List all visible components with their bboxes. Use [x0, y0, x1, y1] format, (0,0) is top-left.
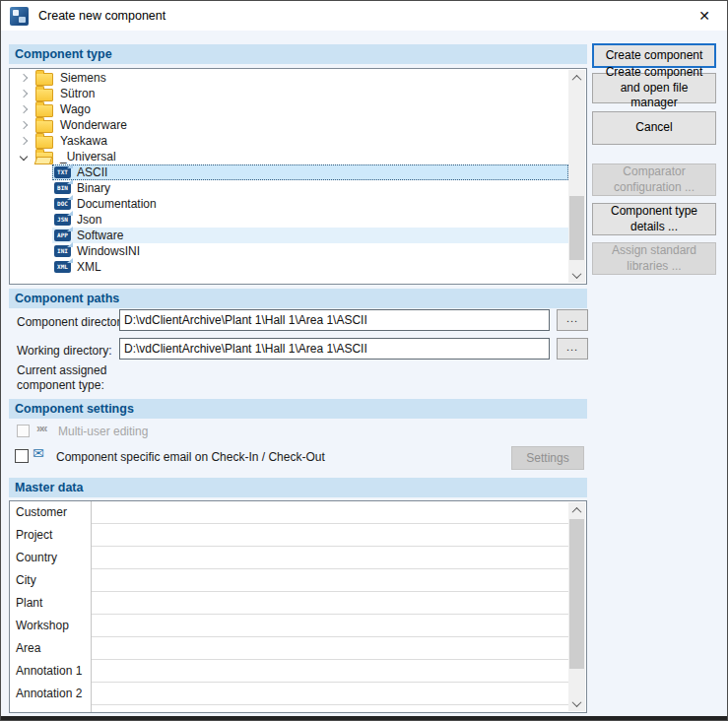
master-data-table: Customer Project Country City Plant Work… — [9, 500, 587, 713]
tree-item-label: Wago — [60, 102, 91, 116]
filetype-xml-icon: XML — [54, 261, 71, 273]
table-row: Annotation 1 — [10, 660, 569, 683]
window-title: Create new component — [38, 1, 165, 31]
tree-item-yaskawa[interactable]: Yaskawa — [11, 133, 568, 149]
tree-item-software[interactable]: APPSoftware — [52, 228, 568, 243]
filetype-bin-icon: BIN — [54, 182, 71, 194]
tree-item-label: Siemens — [60, 71, 106, 85]
component-directory-label: Component directory: — [17, 315, 130, 329]
row-label-annotation-1: Annotation 1 — [16, 660, 82, 683]
tree-item-universal[interactable]: _Universal — [11, 149, 568, 164]
working-directory-label: Working directory: — [17, 344, 111, 358]
component-directory-browse-button[interactable]: ... — [557, 309, 588, 331]
settings-button[interactable]: Settings — [511, 446, 584, 470]
title-bar: Create new component ✕ — [1, 1, 727, 31]
close-icon: ✕ — [698, 8, 710, 24]
cancel-button[interactable]: Cancel — [592, 111, 716, 145]
tree-item-label: Json — [77, 213, 101, 227]
filetype-ini-icon: INI — [54, 245, 71, 257]
tree-item-wago[interactable]: Wago — [11, 101, 568, 117]
table-row: Area — [10, 637, 569, 660]
app-icon — [10, 7, 29, 26]
tree-item-ascii[interactable]: TXTASCII — [52, 164, 568, 180]
multi-user-editing-checkbox — [17, 425, 30, 437]
master-data-scrollbar-thumb[interactable] — [569, 519, 584, 669]
tree-item-binary[interactable]: BINBinary — [52, 180, 568, 196]
chevron-right-icon[interactable] — [20, 90, 28, 98]
assign-standard-libraries-button[interactable]: Assign standard libraries ... — [592, 242, 716, 275]
chevron-right-icon[interactable] — [20, 105, 28, 113]
master-data-value-cell[interactable] — [92, 569, 569, 592]
tree-item-documentation[interactable]: DOCDocumentation — [52, 196, 568, 212]
master-data-value-cell[interactable] — [92, 524, 569, 547]
tree-item-siemens[interactable]: Siemens — [11, 70, 568, 86]
multi-user-editing-label: Multi-user editing — [58, 425, 148, 438]
tree-item-label: Sütron — [60, 87, 95, 100]
filetype-jsn-icon: JSN — [54, 214, 71, 226]
current-assigned-component-type-label: Current assigned component type: — [17, 363, 127, 393]
tree-scrollbar-thumb[interactable] — [569, 196, 584, 260]
tree-item-label: _Universal — [60, 150, 116, 164]
row-label-customer: Customer — [16, 501, 67, 524]
email-checkin-checkout-checkbox[interactable] — [15, 449, 29, 463]
window-bottom-edge — [1, 716, 727, 721]
tree-scrollbar[interactable] — [568, 70, 585, 283]
tree-item-label: Documentation — [77, 197, 157, 211]
component-type-details-button[interactable]: Component type details ... — [592, 203, 716, 235]
open-folder-icon — [35, 152, 53, 164]
master-data-value-cell[interactable] — [92, 547, 569, 569]
master-data-value-cell[interactable] — [92, 683, 569, 705]
master-data-value-cell[interactable] — [92, 615, 569, 637]
email-checkin-checkout-label: Component specific email on Check-In / C… — [56, 450, 325, 464]
scroll-up-icon[interactable] — [568, 70, 585, 86]
scroll-up-icon[interactable] — [568, 502, 585, 518]
master-data-value-cell[interactable] — [92, 592, 569, 615]
chevron-down-icon[interactable] — [20, 153, 28, 161]
folder-icon — [35, 104, 53, 117]
component-directory-input[interactable] — [119, 309, 550, 331]
filetype-app-icon: APP — [54, 229, 71, 241]
filetype-txt-icon: TXT — [54, 166, 71, 178]
scroll-down-icon[interactable] — [568, 267, 585, 283]
scroll-down-icon[interactable] — [568, 695, 585, 711]
table-row: Plant — [10, 592, 569, 615]
row-label-area: Area — [16, 637, 40, 660]
component-type-tree: Siemens Sütron Wago Wonderware Yaskawa _… — [9, 68, 587, 285]
row-label-plant: Plant — [16, 592, 42, 615]
tree-item-xml[interactable]: XMLXML — [52, 259, 568, 275]
master-data-value-cell[interactable] — [92, 660, 569, 683]
multi-user-icon: »« — [36, 422, 45, 435]
master-data-value-cell[interactable] — [92, 705, 569, 712]
chevron-right-icon[interactable] — [20, 121, 28, 129]
master-data-value-cell[interactable] — [92, 637, 569, 660]
working-directory-input[interactable] — [119, 338, 550, 360]
folder-icon — [35, 89, 53, 101]
tree-item-wonderware[interactable]: Wonderware — [11, 117, 568, 133]
table-row: Annotation 2 — [10, 683, 569, 705]
create-component-open-file-manager-button[interactable]: Create component and open file manager — [592, 73, 716, 103]
working-directory-browse-button[interactable]: ... — [557, 338, 588, 360]
filetype-doc-icon: DOC — [54, 198, 71, 210]
section-header-component-paths: Component paths — [9, 289, 587, 308]
tree-item-json[interactable]: JSNJson — [52, 212, 568, 228]
email-icon: ✉ — [33, 445, 44, 461]
chevron-right-icon[interactable] — [20, 137, 28, 145]
master-data-value-cell[interactable] — [92, 501, 569, 524]
tree-item-windowsini[interactable]: INIWindowsINI — [52, 243, 568, 259]
table-row-partial — [10, 705, 569, 712]
comparator-configuration-button[interactable]: Comparator configuration ... — [592, 164, 716, 196]
table-row: Country — [10, 547, 569, 569]
table-row: Project — [10, 524, 569, 547]
table-row: Workshop — [10, 615, 569, 637]
section-header-component-settings: Component settings — [9, 399, 587, 419]
tree-item-label: Wonderware — [60, 118, 127, 132]
folder-icon — [35, 136, 53, 149]
master-data-scrollbar[interactable] — [568, 502, 585, 711]
row-label-project: Project — [16, 524, 52, 547]
chevron-right-icon[interactable] — [20, 74, 28, 82]
tree-item-label: XML — [77, 260, 101, 274]
table-row: City — [10, 569, 569, 592]
tree-item-sutron[interactable]: Sütron — [11, 86, 568, 101]
tree-item-label: ASCII — [77, 165, 107, 179]
close-button[interactable]: ✕ — [682, 1, 727, 31]
